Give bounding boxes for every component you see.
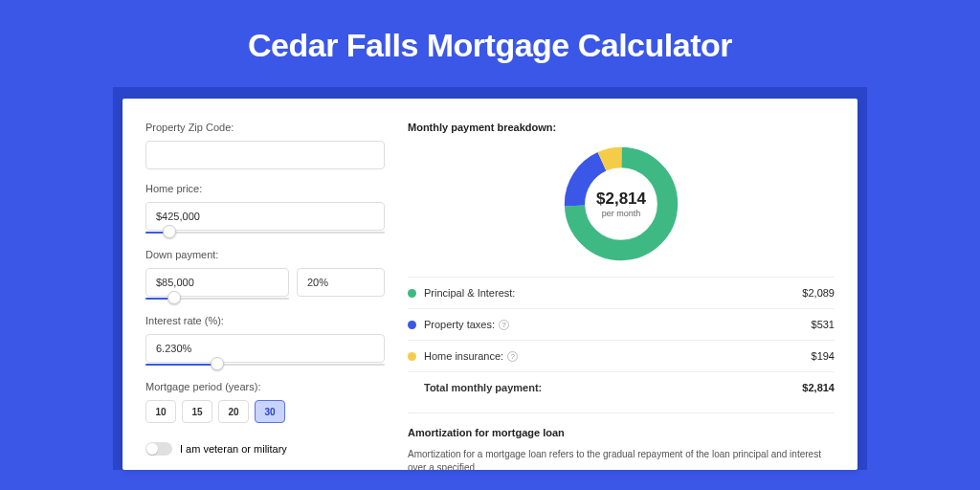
donut-amount: $2,814 bbox=[596, 189, 646, 209]
legend-dot bbox=[408, 289, 416, 298]
down-payment-amount-input[interactable] bbox=[145, 268, 289, 297]
breakdown-title: Monthly payment breakdown: bbox=[408, 122, 835, 133]
legend-row-total: Total monthly payment: $2,814 bbox=[408, 371, 835, 403]
slider-thumb[interactable] bbox=[163, 225, 176, 238]
period-label: Mortgage period (years): bbox=[145, 381, 385, 392]
legend-value: $2,089 bbox=[802, 287, 835, 299]
amortization-title: Amortization for mortgage loan bbox=[408, 427, 835, 438]
home-price-slider[interactable] bbox=[145, 230, 385, 235]
period-option-15[interactable]: 15 bbox=[182, 400, 212, 423]
inputs-column: Property Zip Code: Home price: Down paym… bbox=[145, 122, 385, 447]
period-option-20[interactable]: 20 bbox=[218, 400, 249, 423]
interest-input[interactable] bbox=[145, 334, 385, 363]
interest-label: Interest rate (%): bbox=[145, 315, 385, 326]
amortization-section: Amortization for mortgage loan Amortizat… bbox=[408, 412, 835, 470]
donut-chart: $2,814 per month bbox=[408, 143, 835, 265]
donut-sub: per month bbox=[596, 209, 646, 218]
period-option-10[interactable]: 10 bbox=[145, 400, 176, 423]
veteran-row: I am veteran or military bbox=[145, 442, 385, 456]
legend-dot bbox=[408, 352, 416, 361]
legend-value: $194 bbox=[812, 350, 835, 362]
card-backdrop: Property Zip Code: Home price: Down paym… bbox=[113, 87, 867, 470]
slider-thumb[interactable] bbox=[167, 291, 181, 304]
period-option-30[interactable]: 30 bbox=[255, 400, 285, 423]
veteran-toggle[interactable] bbox=[145, 442, 172, 456]
legend-row-insurance: Home insurance: ? $194 bbox=[408, 340, 835, 371]
donut-center: $2,814 per month bbox=[596, 189, 646, 218]
zip-label: Property Zip Code: bbox=[145, 122, 385, 133]
legend-label: Principal & Interest: bbox=[424, 287, 802, 299]
down-payment-slider[interactable] bbox=[145, 296, 289, 301]
down-payment-label: Down payment: bbox=[145, 249, 385, 260]
period-group: Mortgage period (years): 10 15 20 30 bbox=[145, 381, 385, 423]
results-column: Monthly payment breakdown: $2,814 per mo… bbox=[408, 122, 835, 447]
legend-row-taxes: Property taxes: ? $531 bbox=[408, 308, 835, 340]
legend-dot bbox=[408, 321, 416, 329]
interest-slider[interactable] bbox=[145, 362, 385, 368]
calculator-card: Property Zip Code: Home price: Down paym… bbox=[122, 99, 858, 470]
home-price-input[interactable] bbox=[145, 202, 385, 231]
home-price-group: Home price: bbox=[145, 183, 385, 235]
legend-label: Property taxes: ? bbox=[424, 319, 812, 330]
legend-label-text: Property taxes: bbox=[424, 319, 495, 330]
legend-row-principal: Principal & Interest: $2,089 bbox=[408, 277, 835, 308]
amortization-text: Amortization for a mortgage loan refers … bbox=[408, 448, 835, 470]
toggle-knob bbox=[146, 443, 158, 455]
help-icon[interactable]: ? bbox=[499, 320, 509, 330]
legend-total-value: $2,814 bbox=[802, 382, 835, 393]
slider-thumb[interactable] bbox=[211, 357, 224, 370]
home-price-label: Home price: bbox=[145, 183, 385, 194]
down-payment-group: Down payment: bbox=[145, 249, 385, 301]
slider-track bbox=[145, 232, 385, 234]
legend-label: Home insurance: ? bbox=[424, 350, 812, 362]
zip-group: Property Zip Code: bbox=[145, 122, 385, 169]
legend-value: $531 bbox=[812, 319, 835, 330]
legend-total-label: Total monthly payment: bbox=[424, 382, 802, 393]
interest-group: Interest rate (%): bbox=[145, 315, 385, 368]
veteran-label: I am veteran or military bbox=[180, 443, 287, 455]
page-title: Cedar Falls Mortgage Calculator bbox=[248, 27, 732, 64]
down-payment-percent-input[interactable] bbox=[297, 268, 385, 297]
slider-fill bbox=[145, 364, 217, 366]
legend-label-text: Home insurance: bbox=[424, 350, 503, 362]
help-icon[interactable]: ? bbox=[507, 351, 518, 362]
zip-input[interactable] bbox=[145, 141, 385, 169]
period-options: 10 15 20 30 bbox=[145, 400, 385, 423]
